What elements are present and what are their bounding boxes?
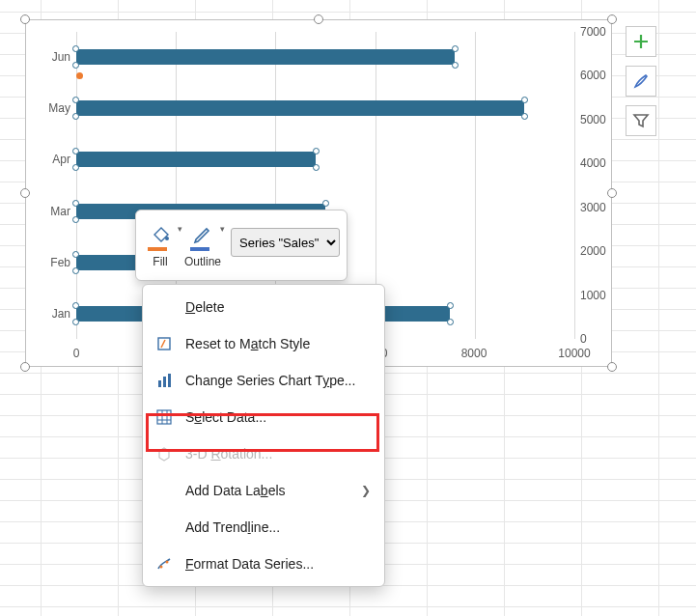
resize-handle[interactable] xyxy=(607,188,617,198)
funnel-icon xyxy=(632,112,650,129)
gridline xyxy=(475,32,476,339)
ctx-format-data-series[interactable]: Format Data Series... xyxy=(143,546,384,582)
ctx-delete[interactable]: Delete xyxy=(143,289,384,325)
chevron-right-icon: ❯ xyxy=(361,484,371,497)
fill-tool[interactable]: ▾ Fill xyxy=(146,216,175,268)
secondary-y-tick-label: 3000 xyxy=(580,201,606,214)
secondary-y-tick-label: 2000 xyxy=(580,244,606,258)
outline-tool[interactable]: ▾ Outline xyxy=(184,216,221,268)
bar-may[interactable] xyxy=(76,100,574,116)
svg-point-11 xyxy=(166,561,169,564)
select-data-icon xyxy=(154,407,174,427)
resize-handle[interactable] xyxy=(20,14,30,24)
category-label: Jan xyxy=(26,307,70,321)
svg-rect-3 xyxy=(163,377,166,387)
ctx-add-data-labels[interactable]: Add Data Labels ❯ xyxy=(143,472,384,509)
mini-toolbar: ▾ Fill ▾ Outline Series "Sales" xyxy=(135,210,348,281)
ctx-select-data[interactable]: Select Data... xyxy=(143,399,384,435)
fill-label: Fill xyxy=(153,255,167,268)
cube-icon xyxy=(154,444,174,463)
fill-bucket-icon xyxy=(149,223,172,246)
gridline xyxy=(574,32,575,339)
ctx-reset-style[interactable]: Reset to Match Style xyxy=(143,325,384,362)
x-tick-label: 8000 xyxy=(461,347,487,360)
outline-pen-icon xyxy=(191,223,214,246)
category-label: Feb xyxy=(26,256,70,269)
resize-handle[interactable] xyxy=(20,188,30,198)
bar-jun[interactable] xyxy=(76,49,574,65)
svg-rect-4 xyxy=(168,374,171,387)
bar-apr[interactable] xyxy=(76,152,574,167)
plus-icon xyxy=(632,33,650,50)
brush-icon xyxy=(632,72,650,90)
ctx-add-trendline[interactable]: Add Trendline... xyxy=(143,509,384,546)
svg-rect-1 xyxy=(158,338,170,350)
secondary-y-tick-label: 4000 xyxy=(580,156,606,170)
category-label: May xyxy=(26,101,70,115)
context-menu: Delete Reset to Match Style Change Serie… xyxy=(142,284,385,587)
svg-rect-5 xyxy=(157,410,171,424)
resize-handle[interactable] xyxy=(607,362,617,372)
chart-styles-button[interactable] xyxy=(626,66,656,97)
series-selector-dropdown[interactable]: Series "Sales" xyxy=(231,228,340,257)
svg-point-0 xyxy=(165,237,169,240)
secondary-y-tick-label: 5000 xyxy=(580,113,606,126)
x-tick-label: 0 xyxy=(73,347,80,360)
spreadsheet-canvas: Jun May Apr Mar Feb Jan 0 2000 4000 6000… xyxy=(0,0,696,616)
resize-handle[interactable] xyxy=(20,362,30,372)
outline-label: Outline xyxy=(184,255,221,268)
format-series-icon xyxy=(154,554,174,574)
secondary-y-tick-label: 6000 xyxy=(580,69,606,82)
category-label: Mar xyxy=(26,205,70,218)
ctx-delete-rest: elete xyxy=(195,299,224,315)
chart-elements-button[interactable] xyxy=(626,26,656,57)
resize-handle[interactable] xyxy=(607,14,617,24)
secondary-series-marker[interactable] xyxy=(76,72,83,79)
chart-filter-button[interactable] xyxy=(626,105,656,136)
x-tick-label: 10000 xyxy=(558,347,590,360)
svg-point-10 xyxy=(160,566,163,569)
secondary-y-tick-label: 1000 xyxy=(580,289,606,302)
ctx-change-chart-type[interactable]: Change Series Chart Type... xyxy=(143,362,384,399)
category-label: Jun xyxy=(26,50,70,64)
chart-type-icon xyxy=(154,371,174,390)
secondary-y-tick-label: 7000 xyxy=(580,25,606,39)
resize-handle[interactable] xyxy=(314,14,323,24)
category-label: Apr xyxy=(26,153,70,166)
secondary-y-tick-label: 0 xyxy=(580,332,587,346)
ctx-3d-rotation: 3-D Rotation... xyxy=(143,435,384,472)
svg-rect-2 xyxy=(158,380,161,387)
reset-style-icon xyxy=(154,334,174,353)
